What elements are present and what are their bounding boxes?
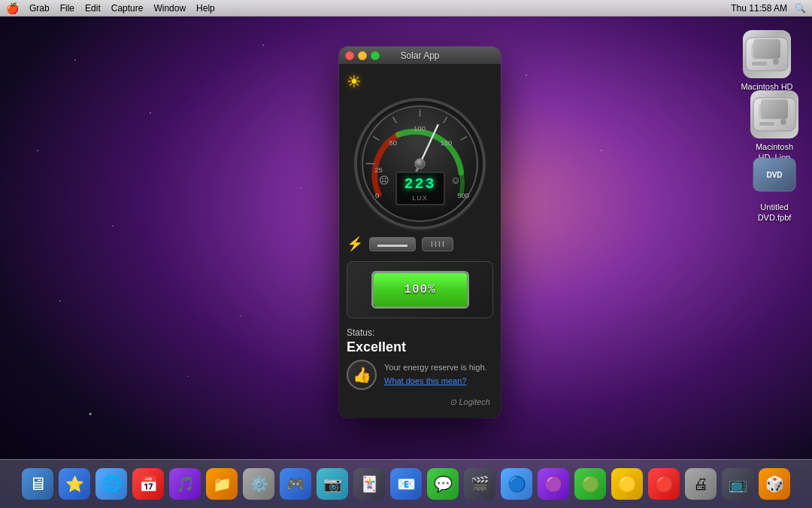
svg-text:0: 0: [375, 191, 379, 199]
what-does-this-mean-link[interactable]: What does this mean?: [384, 376, 487, 385]
svg-rect-1: [752, 44, 782, 59]
status-description: Your energy reserve is high.: [384, 363, 487, 372]
dock-icon-movie[interactable]: 🎬: [462, 467, 497, 501]
dock-icon-app2[interactable]: 🟣: [536, 467, 571, 501]
status-row: 👍 Your energy reserve is high. What does…: [347, 360, 493, 390]
svg-text:500: 500: [457, 191, 469, 199]
thumbs-up-icon: 👍: [347, 360, 377, 390]
menu-capture[interactable]: Capture: [111, 3, 144, 14]
dock-icon-ical[interactable]: 📅: [131, 467, 165, 501]
status-label: Status:: [347, 327, 493, 338]
tab-button-1[interactable]: ▬▬▬▬: [369, 237, 416, 251]
tabs-row: ⚡ ▬▬▬▬ ⌇⌇⌇⌇: [347, 230, 493, 258]
window-titlebar: Solar App: [339, 47, 501, 65]
desktop-icon-label-dvd: Untitled DVD.fpbf: [744, 202, 804, 224]
menu-grab[interactable]: Grab: [29, 3, 50, 14]
dvd-icon: DVD: [750, 151, 798, 199]
gauge-unit: LUX: [404, 194, 435, 202]
menubar: 🍎 Grab File Edit Capture Window Help Thu…: [0, 0, 812, 17]
menu-file[interactable]: File: [60, 3, 74, 14]
desktop: 🍎 Grab File Edit Capture Window Help Thu…: [0, 0, 812, 508]
dock-icon-card[interactable]: 🃏: [352, 467, 386, 501]
gauge-value: 223: [404, 175, 435, 193]
solar-window: Solar App ☀: [339, 47, 501, 418]
gauge-container: 0 25 50 100 150 500 ☹ ☺: [354, 98, 486, 230]
svg-text:☹: ☹: [379, 175, 389, 186]
dock-icon-games[interactable]: 🎲: [757, 467, 792, 501]
dock-icon-dashboard[interactable]: ⭐: [57, 467, 92, 501]
dock-icon-itunes[interactable]: 🎵: [168, 467, 202, 501]
logitech-brand: ⊙ Logitech: [450, 397, 490, 407]
dock-icons: 🖥 ⭐ 🌐 📅 🎵 📁 ⚙️ 🎮 �: [20, 467, 792, 501]
dock-icon-app4[interactable]: 🟡: [610, 467, 644, 501]
svg-text:DVD: DVD: [766, 171, 782, 179]
window-maximize-button[interactable]: [371, 51, 380, 60]
tab-button-2[interactable]: ⌇⌇⌇⌇: [422, 237, 453, 251]
svg-text:25: 25: [374, 166, 383, 174]
logitech-footer: ⊙ Logitech: [347, 393, 493, 410]
dock-icon-folders[interactable]: 📁: [205, 467, 239, 501]
svg-point-2: [773, 59, 779, 65]
power-icon: ⚡: [347, 236, 363, 252]
sun-icon: ☀: [347, 72, 362, 92]
status-value: Excellent: [347, 339, 493, 355]
dock-icon-safari[interactable]: 🌐: [94, 467, 129, 501]
solar-header: ☀: [347, 72, 493, 92]
window-content: ☀: [339, 65, 501, 418]
apple-menu[interactable]: 🍎: [6, 2, 19, 14]
menubar-clock: Thu 11:58 AM: [731, 3, 787, 14]
svg-point-6: [780, 119, 786, 125]
desktop-icon-macintosh-hd[interactable]: Macintosh HD: [737, 30, 797, 92]
window-title: Solar App: [400, 50, 439, 61]
menu-window[interactable]: Window: [153, 3, 186, 14]
menu-edit[interactable]: Edit: [85, 3, 101, 14]
gauge-svg: 0 25 50 100 150 500 ☹ ☺: [357, 101, 483, 227]
battery-percentage: 100%: [404, 283, 435, 297]
battery-container: 100%: [347, 261, 493, 318]
dock-icon-mail[interactable]: 📧: [389, 467, 423, 501]
window-buttons: [345, 51, 380, 60]
dock-icon-app5[interactable]: 🔴: [647, 467, 681, 501]
menu-help[interactable]: Help: [196, 3, 215, 14]
svg-text:☺: ☺: [450, 175, 461, 186]
hd-icon-2: [750, 90, 798, 138]
dock-icon-printer[interactable]: 🖨: [683, 467, 718, 501]
status-section: Status: Excellent 👍 Your energy reserve …: [347, 321, 493, 393]
svg-rect-7: [759, 122, 774, 126]
dock-icon-tv[interactable]: 📺: [720, 467, 755, 501]
menubar-search-icon[interactable]: 🔍: [795, 3, 806, 14]
menubar-right: Thu 11:58 AM 🔍: [731, 3, 806, 14]
dock-icon-messages[interactable]: 💬: [426, 467, 460, 501]
dock-icon-camera[interactable]: 📷: [315, 467, 350, 501]
svg-point-27: [415, 159, 425, 169]
hd-icon-1: [743, 30, 791, 78]
battery-body: 100%: [371, 271, 469, 309]
dock: 🖥 ⭐ 🌐 📅 🎵 📁 ⚙️ 🎮 �: [0, 459, 812, 508]
dock-icon-app1[interactable]: 🔵: [499, 467, 534, 501]
dock-icon-sysprefs[interactable]: ⚙️: [241, 467, 276, 501]
status-description-block: Your energy reserve is high. What does t…: [384, 360, 487, 385]
window-close-button[interactable]: [345, 51, 354, 60]
svg-text:100: 100: [414, 124, 426, 132]
svg-text:150: 150: [440, 138, 452, 147]
svg-text:50: 50: [389, 138, 397, 147]
window-minimize-button[interactable]: [358, 51, 367, 60]
dock-icon-finder[interactable]: 🖥: [20, 467, 55, 501]
dock-icon-appstore[interactable]: 🎮: [278, 467, 313, 501]
dock-icon-app3[interactable]: 🟢: [573, 467, 607, 501]
svg-rect-5: [759, 104, 789, 119]
thumbs-emoji: 👍: [353, 366, 371, 384]
menubar-left: 🍎 Grab File Edit Capture Window Help: [6, 2, 215, 14]
desktop-icon-dvd[interactable]: DVD Untitled DVD.fpbf: [744, 151, 804, 224]
svg-rect-3: [752, 62, 767, 65]
gauge-display: 223 LUX: [395, 172, 444, 205]
